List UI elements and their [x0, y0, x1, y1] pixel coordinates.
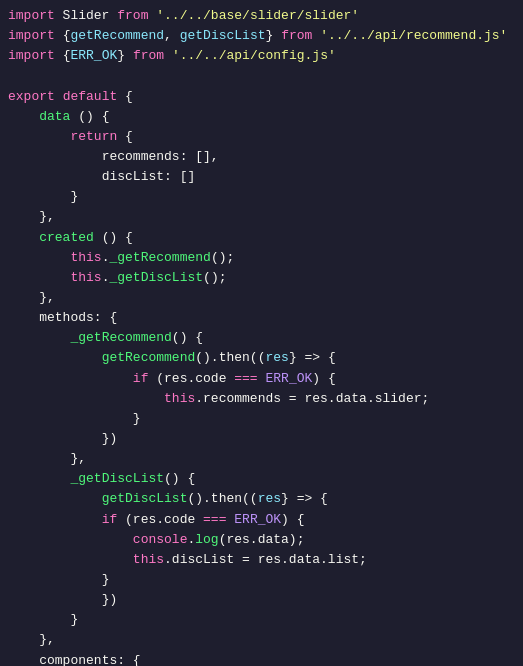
code-line: getRecommend().then((res} => {	[0, 348, 523, 368]
code-line: }	[0, 610, 523, 630]
code-token: {	[125, 87, 133, 107]
code-line: return {	[0, 127, 523, 147]
code-token	[226, 510, 234, 530]
code-token	[8, 389, 164, 409]
code-line: }	[0, 187, 523, 207]
code-line: },	[0, 449, 523, 469]
code-token: ().then((	[195, 348, 265, 368]
code-token: import	[8, 6, 55, 26]
code-token	[312, 26, 320, 46]
code-token: this	[164, 389, 195, 409]
code-line: methods: {	[0, 308, 523, 328]
code-token: Slider	[55, 6, 117, 26]
code-token	[8, 348, 102, 368]
code-token: ()	[172, 328, 195, 348]
code-token	[125, 46, 133, 66]
code-token	[148, 6, 156, 26]
code-token: discList:	[102, 167, 180, 187]
code-token: },	[39, 207, 55, 227]
code-token: {	[125, 127, 133, 147]
code-token: getDiscList	[102, 489, 188, 509]
code-line: data () {	[0, 107, 523, 127]
code-token	[8, 107, 39, 127]
code-token	[8, 570, 102, 590]
code-token: console	[133, 530, 188, 550]
code-token: ().then((	[187, 489, 257, 509]
code-token: ,	[211, 147, 219, 167]
code-token: {	[63, 26, 71, 46]
code-line: components: {	[0, 651, 523, 667]
code-line: this._getDiscList();	[0, 268, 523, 288]
code-token: (res.code	[117, 510, 203, 530]
code-token: this	[70, 268, 101, 288]
code-token: }	[266, 26, 274, 46]
code-token: ();	[203, 268, 226, 288]
code-token: })	[102, 590, 118, 610]
code-token: this	[133, 550, 164, 570]
code-token: }	[133, 409, 141, 429]
code-token: ()	[164, 469, 187, 489]
code-token	[8, 449, 70, 469]
code-token: {	[297, 510, 305, 530]
code-token	[117, 127, 125, 147]
code-token: components:	[39, 651, 133, 667]
code-token: .discList = res.data.list;	[164, 550, 367, 570]
code-token	[55, 26, 63, 46]
code-token: getRecommend	[70, 26, 164, 46]
code-token	[8, 429, 102, 449]
code-token: import	[8, 26, 55, 46]
code-line: created () {	[0, 228, 523, 248]
code-token: } =>	[281, 489, 320, 509]
code-token	[8, 590, 102, 610]
code-token: },	[39, 288, 55, 308]
code-token	[8, 228, 39, 248]
code-token	[273, 26, 281, 46]
code-token: {	[102, 107, 110, 127]
code-token: {	[320, 489, 328, 509]
code-token	[8, 308, 39, 328]
code-token: data	[39, 107, 70, 127]
code-token	[8, 328, 70, 348]
code-token: from	[117, 6, 148, 26]
code-token	[55, 87, 63, 107]
code-token: })	[102, 429, 118, 449]
code-token: }	[102, 570, 110, 590]
code-token: recommends:	[102, 147, 196, 167]
code-token: export	[8, 87, 55, 107]
code-token: }	[70, 610, 78, 630]
code-token	[8, 489, 102, 509]
code-token	[8, 409, 133, 429]
code-token	[8, 288, 39, 308]
code-token: ();	[211, 248, 234, 268]
code-token: '../../api/config.js'	[172, 46, 336, 66]
code-token: },	[39, 630, 55, 650]
code-token: (res.data);	[219, 530, 305, 550]
code-token: res	[265, 348, 288, 368]
code-token: '../../base/slider/slider'	[156, 6, 359, 26]
code-token: if	[102, 510, 118, 530]
code-token: import	[8, 46, 55, 66]
code-line: },	[0, 288, 523, 308]
code-token	[8, 268, 70, 288]
code-editor: import Slider from '../../base/slider/sl…	[0, 0, 523, 666]
code-token	[164, 46, 172, 66]
code-token: }	[70, 187, 78, 207]
code-token: getRecommend	[102, 348, 196, 368]
code-line: getDiscList().then((res} => {	[0, 489, 523, 509]
code-token: {	[195, 328, 203, 348]
code-token	[8, 469, 70, 489]
code-line: })	[0, 429, 523, 449]
code-token: {	[133, 651, 141, 667]
code-line	[0, 66, 523, 86]
code-line: import {getRecommend, getDiscList} from …	[0, 26, 523, 46]
code-line: this.discList = res.data.list;	[0, 550, 523, 570]
code-token: {	[328, 348, 336, 368]
code-token: {	[328, 369, 336, 389]
code-line: console.log(res.data);	[0, 530, 523, 550]
code-line: import {ERR_OK} from '../../api/config.j…	[0, 46, 523, 66]
code-token: log	[195, 530, 218, 550]
code-token: }	[117, 46, 125, 66]
code-token: from	[133, 46, 164, 66]
code-line: import Slider from '../../base/slider/sl…	[0, 6, 523, 26]
code-line: })	[0, 590, 523, 610]
